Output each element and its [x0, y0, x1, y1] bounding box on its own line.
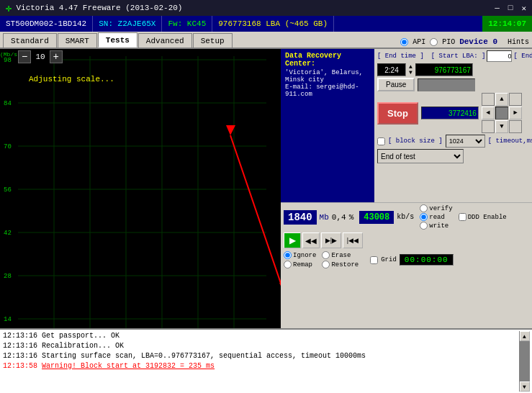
end-time-label: [ End time ]: [377, 53, 424, 60]
svg-text:Adjusting scale...: Adjusting scale...: [29, 75, 114, 83]
controls-area: [ End time ] [ Start LBA: ] [ End LBA: ]…: [374, 49, 532, 202]
drive-bar: ST500DM002-1BD142 SN: Z2AJE65X Fw: KC45 …: [0, 16, 532, 32]
svg-marker-32: [279, 283, 281, 294]
scroll-down[interactable]: ▼: [520, 381, 530, 392]
restore-label: Restore: [331, 261, 359, 268]
right-options: Erase Restore: [322, 251, 359, 268]
close-btn[interactable]: ✕: [521, 4, 526, 13]
block-checkbox[interactable]: [377, 137, 385, 145]
mb-value: 1840: [284, 210, 317, 225]
right-section: Data Recovery Center: 'Victoria', Belaru…: [281, 49, 532, 328]
remap-radio[interactable]: [284, 261, 292, 268]
log-line-3: 12:13:58 Warning! Block start at 3192832…: [3, 361, 519, 371]
write-label: write: [429, 222, 448, 230]
time-input[interactable]: [377, 63, 406, 76]
api-radio[interactable]: [400, 38, 408, 46]
erase-label: Erase: [331, 252, 351, 259]
svg-text:42: 42: [4, 230, 12, 237]
scale-plus-btn[interactable]: +: [50, 50, 63, 63]
erase-radio[interactable]: [322, 251, 330, 259]
title-bar: ✛ Victoria 4.47 Freeware (2013-02-20) — …: [0, 0, 532, 16]
tab-tests[interactable]: Tests: [98, 32, 137, 48]
erase-row: Erase: [322, 251, 359, 259]
dir-down[interactable]: ▼: [495, 120, 508, 133]
maximize-btn[interactable]: □: [508, 4, 513, 13]
log-time-0: 12:13:16: [3, 332, 37, 340]
mb-label: Mb: [320, 213, 329, 222]
scale-minus-btn[interactable]: −: [18, 50, 31, 63]
pause-row: Pause: [377, 78, 532, 91]
pause-button[interactable]: Pause: [377, 78, 415, 91]
end-lba-label: [ End LBA: ]: [513, 53, 532, 60]
dir-tl: [482, 93, 495, 106]
svg-text:84: 84: [4, 100, 12, 107]
start-lba-input[interactable]: [487, 50, 512, 62]
skip-start-button[interactable]: |◀◀: [343, 232, 363, 248]
end-lba-main-input[interactable]: [415, 63, 473, 76]
left-options: Ignore Remap: [284, 251, 316, 268]
time-endlba-row: ▲▼: [377, 63, 532, 76]
tab-standard[interactable]: Standard: [3, 33, 57, 48]
play-button[interactable]: ▶: [284, 232, 301, 248]
lba-second-input[interactable]: [418, 78, 475, 91]
log-scrollbar[interactable]: ▲ ▼: [519, 331, 529, 392]
read-radio[interactable]: [420, 213, 428, 221]
grid-timer: 00:00:00: [400, 254, 454, 266]
lba-row1: [ End time ] [ Start LBA: ] [ End LBA: ]…: [377, 50, 532, 62]
restore-radio[interactable]: [322, 261, 330, 268]
ddd-label: DDD Enable: [468, 214, 507, 221]
dir-up[interactable]: ▲: [495, 93, 508, 106]
ddd-checkbox[interactable]: [459, 213, 466, 221]
tab-setup[interactable]: Setup: [193, 33, 233, 48]
dir-br: [509, 120, 522, 133]
lba-third-input[interactable]: [421, 107, 479, 119]
log-line-0: 12:13:16 Get passport... OK: [3, 331, 519, 341]
tab-advanced[interactable]: Advanced: [138, 33, 192, 48]
log-time-1: 12:13:16: [3, 342, 37, 350]
drive-sn: SN: Z2AJE65X: [93, 16, 162, 32]
stats-row: 1840 Mb 0,4 % 43008 kb/s verify: [281, 203, 532, 231]
percent-value: 0,4: [332, 213, 346, 222]
read-label: read: [429, 214, 445, 221]
block-size-select[interactable]: 1024 512 2048: [446, 135, 485, 148]
log-time-2: 12:13:16: [3, 352, 37, 360]
graph-grid: 98 (Mb/s) 84 70 56 42 28 14 62G 124G 186…: [0, 49, 281, 328]
drc-title: Data Recovery Center:: [285, 52, 370, 68]
log-line-2: 12:13:16 Starting surface scan, LBA=0..9…: [3, 351, 519, 361]
tab-smart[interactable]: SMART: [58, 33, 97, 48]
menu-bar: Standard SMART Tests Advanced Setup API …: [0, 32, 532, 49]
stop-button[interactable]: Stop: [377, 102, 418, 125]
ignore-radio[interactable]: [284, 251, 292, 259]
log-text-2: Starting surface scan, LBA=0..976773167,…: [42, 352, 366, 360]
verify-radio[interactable]: [420, 204, 428, 212]
dir-left[interactable]: ◄: [482, 107, 495, 119]
minimize-btn[interactable]: —: [495, 4, 500, 13]
pio-radio[interactable]: [430, 38, 438, 46]
timeout-label: [ timeout,ms ]: [488, 137, 532, 145]
skip-end-button[interactable]: ▶|▶: [321, 232, 341, 248]
grid-label: Grid: [381, 256, 397, 263]
log-area: 12:13:16 Get passport... OK 12:13:16 Rec…: [0, 328, 532, 393]
dir-bl: [482, 120, 495, 133]
dir-center: [495, 107, 508, 119]
write-row: write: [420, 222, 452, 230]
time-spin[interactable]: ▲▼: [409, 64, 412, 76]
ddd-row: DDD Enable: [459, 213, 507, 221]
scroll-up[interactable]: ▲: [520, 331, 530, 341]
write-radio[interactable]: [420, 222, 428, 230]
grid-row: Grid 00:00:00: [370, 254, 453, 266]
end-test-select[interactable]: End of test Ignore errors Stop on error …: [377, 149, 464, 163]
hints-label: Hints: [508, 38, 529, 46]
read-row: read: [420, 213, 452, 221]
rewind-button[interactable]: ◀◀: [302, 232, 320, 248]
content-area: 98 (Mb/s) 84 70 56 42 28 14 62G 124G 186…: [0, 49, 532, 328]
dir-right[interactable]: ►: [509, 107, 522, 119]
drc-line1: 'Victoria', Belarus, Minsk city: [285, 69, 370, 83]
drive-lba: 976773168 LBA (~465 GB): [212, 16, 334, 32]
options-row: Ignore Remap Erase: [281, 250, 532, 270]
grid-checkbox[interactable]: [370, 256, 378, 264]
scroll-thumb[interactable]: [520, 341, 530, 381]
graph-section: 98 (Mb/s) 84 70 56 42 28 14 62G 124G 186…: [0, 49, 281, 328]
top-row: Data Recovery Center: 'Victoria', Belaru…: [281, 49, 532, 202]
drive-fw: Fw: KC45: [162, 16, 212, 32]
